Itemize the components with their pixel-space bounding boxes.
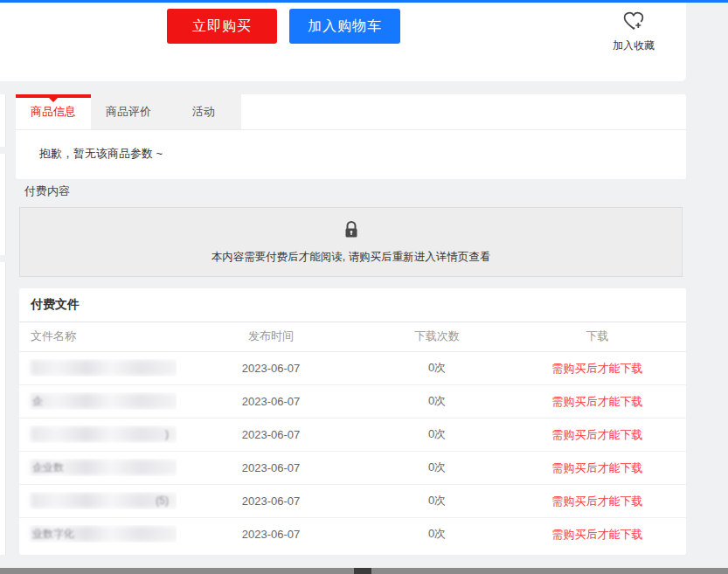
active-tab-notch [49,98,58,102]
table-row: ) 2023-06-07 0次 需购买后才能下载 [19,418,686,452]
buy-now-button[interactable]: 立即购买 [167,9,277,44]
tab-label: 商品信息 [31,104,76,120]
download-link[interactable]: 需购买后才能下载 [552,461,643,474]
redacted-filename [31,359,177,377]
action-bar: 立即购买 加入购物车 加入收藏 [0,3,686,81]
horizontal-scrollbar-track[interactable] [0,568,728,574]
redacted-filename: 业数字化 [31,525,177,543]
download-count: 0次 [365,493,509,508]
download-count: 0次 [365,393,509,409]
redacted-filename: ) [31,425,177,443]
filename-fragment: 企业数 [31,460,177,475]
favorite-label: 加入收藏 [613,38,655,53]
col-header-filename: 文件名称 [19,328,177,344]
download-link[interactable]: 需购买后才能下载 [552,362,643,375]
product-detail-page: 立即购买 加入购物车 加入收藏 商品信息 商品评价 [0,0,728,574]
download-link[interactable]: 需购买后才能下载 [552,395,643,408]
paid-content-title: 付费内容 [24,183,70,199]
add-to-favorites-button[interactable]: 加入收藏 [599,8,669,53]
detail-tabs: 商品信息 商品评价 活动 [16,94,241,129]
redacted-filename: (5) [31,492,177,509]
tab-label: 商品评价 [106,104,151,120]
filename-fragment: ) [31,428,177,440]
heart-plus-icon [621,8,647,36]
lock-icon [341,219,362,244]
publish-date: 2023-06-07 [177,362,365,375]
download-count: 0次 [365,426,509,442]
tab-product-reviews[interactable]: 商品评价 [91,94,166,129]
tab-product-info[interactable]: 商品信息 [16,94,91,129]
col-header-download: 下载 [509,328,686,344]
publish-date: 2023-06-07 [177,461,365,474]
table-header-row: 文件名称 发布时间 下载次数 下载 [19,322,686,352]
left-panel-gap [0,255,6,262]
no-params-message: 抱歉，暂无该商品参数 ~ [39,129,163,178]
paid-files-title: 付费文件 [31,288,80,322]
locked-content-box: 本内容需要付费后才能阅读, 请购买后重新进入详情页查看 [19,207,683,277]
tab-label: 活动 [192,104,215,120]
download-count: 0次 [365,526,509,542]
paid-files-card: 付费文件 文件名称 发布时间 下载次数 下载 2023-06-07 0次 需购买… [19,288,686,555]
publish-date: 2023-06-07 [177,395,365,408]
filename-fragment: 业数字化 [31,527,177,542]
filename-fragment: (5) [31,494,177,507]
table-row: 企业数 2023-06-07 0次 需购买后才能下载 [19,451,686,485]
table-row: 业数字化 2023-06-07 0次 需购买后才能下载 [19,517,686,550]
download-link[interactable]: 需购买后才能下载 [552,494,643,508]
left-panel-edge [0,94,6,555]
redacted-filename: 企业数 [31,459,177,476]
product-info-card: 商品信息 商品评价 活动 抱歉，暂无该商品参数 ~ [16,94,686,179]
redacted-filename: 企 [31,392,177,410]
table-row: 2023-06-07 0次 需购买后才能下载 [19,351,686,385]
publish-date: 2023-06-07 [177,428,365,441]
locked-content-message: 本内容需要付费后才能阅读, 请购买后重新进入详情页查看 [211,250,490,265]
publish-date: 2023-06-07 [177,528,365,541]
horizontal-scrollbar-thumb[interactable] [354,568,371,574]
tab-activity[interactable]: 活动 [166,94,241,129]
add-to-cart-button[interactable]: 加入购物车 [289,9,400,44]
col-header-date: 发布时间 [177,328,365,344]
download-link[interactable]: 需购买后才能下载 [552,528,643,541]
redaction-smear [31,360,177,376]
table-row: 企 2023-06-07 0次 需购买后才能下载 [19,384,686,418]
download-link[interactable]: 需购买后才能下载 [552,428,643,441]
download-count: 0次 [365,360,509,376]
table-row: (5) 2023-06-07 0次 需购买后才能下载 [19,484,686,518]
col-header-count: 下载次数 [365,328,509,344]
download-count: 0次 [365,460,509,475]
filename-fragment: 企 [31,394,177,409]
left-panel-gap [0,147,6,154]
publish-date: 2023-06-07 [177,494,365,508]
